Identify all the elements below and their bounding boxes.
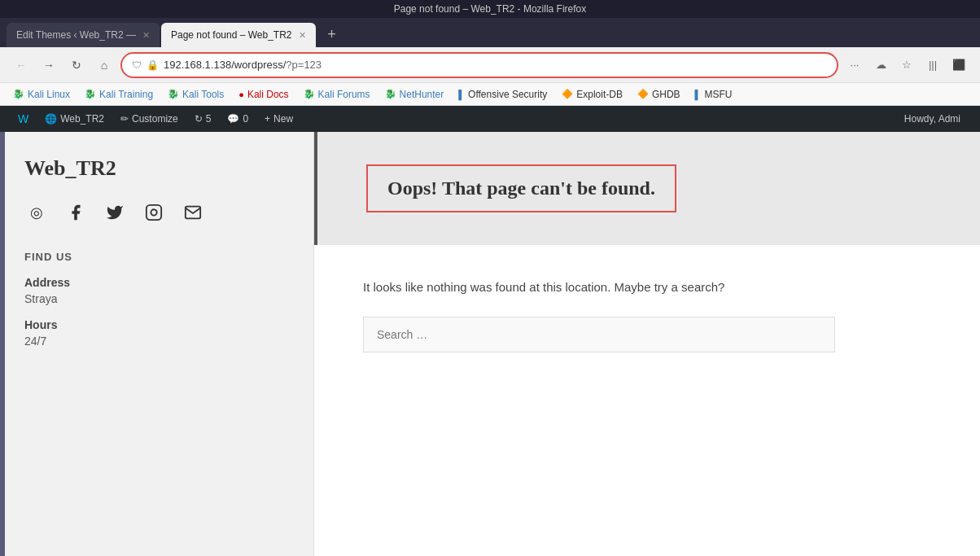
bookmark-label: Kali Training	[99, 89, 153, 100]
tab-close-edit-themes[interactable]: ✕	[142, 30, 150, 41]
bookmark-kali-training[interactable]: 🐉 Kali Training	[78, 87, 160, 102]
bookmark-label: Exploit-DB	[576, 89, 623, 100]
ghdb-icon: 🔶	[637, 89, 649, 99]
extensions-button[interactable]: ⬛	[947, 54, 970, 77]
bookmark-kali-linux[interactable]: 🐉 Kali Linux	[7, 87, 77, 102]
search-input[interactable]	[377, 328, 821, 341]
wp-customize-item[interactable]: ✏ Customize	[112, 106, 186, 132]
svg-rect-0	[147, 205, 161, 220]
nethunter-icon: 🐉	[385, 89, 396, 99]
navigation-bar: ← → ↻ ⌂ 🛡 🔒 192.168.1.138/wordpress/?p=1…	[0, 47, 980, 83]
page-header: Oops! That page can't be found.	[314, 132, 980, 245]
left-accent-bar	[0, 132, 5, 556]
kali-training-icon: 🐉	[85, 89, 96, 99]
not-found-text: It looks like nothing was found at this …	[363, 278, 931, 297]
bookmark-label: GHDB	[652, 89, 680, 100]
kali-forums-icon: 🐉	[304, 89, 315, 99]
kali-tools-icon: 🐉	[168, 89, 179, 99]
tab-bar: Edit Themes ‹ Web_TR2 — ✕ Page not found…	[0, 18, 980, 47]
social-icon-instagram[interactable]	[142, 200, 166, 225]
wp-updates-item[interactable]: ↻ 5	[186, 106, 220, 132]
collection-button[interactable]: |||	[921, 54, 944, 77]
comments-count: 0	[243, 113, 248, 125]
url-display[interactable]: 192.168.1.138/wordpress/?p=123	[164, 59, 827, 71]
bookmark-msfu[interactable]: ▌ MSFU	[689, 87, 739, 102]
bookmark-label: NetHunter	[400, 89, 444, 100]
tab-label-active: Page not found – Web_TR2	[171, 29, 292, 41]
tab-page-not-found[interactable]: Page not found – Web_TR2 ✕	[161, 23, 316, 47]
social-icons: ◎	[24, 200, 294, 225]
site-title: Web_TR2	[24, 156, 294, 181]
site-name: Web_TR2	[60, 113, 104, 125]
error-title: Oops! That page can't be found.	[387, 177, 655, 199]
url-query: ?p=123	[286, 59, 322, 71]
bookmark-star-button[interactable]: ☆	[895, 54, 918, 77]
refresh-button[interactable]: ↻	[65, 54, 88, 77]
error-box: Oops! That page can't be found.	[366, 164, 676, 212]
home-button[interactable]: ⌂	[93, 54, 116, 77]
cycle-icon: ↻	[195, 113, 203, 125]
offensive-security-icon: ▌	[458, 90, 465, 99]
find-us-title: FIND US	[24, 251, 294, 263]
comment-icon: 💬	[227, 113, 239, 125]
pocket-button[interactable]: ☁	[869, 54, 892, 77]
back-button[interactable]: ←	[10, 54, 33, 77]
new-label: New	[273, 113, 293, 125]
tab-close-page-not-found[interactable]: ✕	[299, 30, 306, 41]
wp-logo-item[interactable]: W	[10, 106, 37, 132]
wordpress-icon: W	[18, 112, 28, 125]
plus-icon: +	[265, 113, 270, 125]
url-base: 192.168.1.138/wordpress/	[164, 59, 286, 71]
nav-right-icons: ··· ☁ ☆ ||| ⬛	[843, 54, 970, 77]
address-label: Address	[24, 276, 294, 289]
more-button[interactable]: ···	[843, 54, 866, 77]
bookmark-nethunter[interactable]: 🐉 NetHunter	[378, 87, 451, 102]
wp-comments-item[interactable]: 💬 0	[219, 106, 256, 132]
forward-button[interactable]: →	[37, 54, 60, 77]
kali-linux-icon: 🐉	[13, 89, 24, 99]
bookmark-label: MSFU	[704, 89, 732, 100]
find-us-section: FIND US Address Straya Hours 24/7	[24, 251, 294, 348]
page-body: It looks like nothing was found at this …	[314, 245, 980, 385]
bookmark-label: Kali Tools	[182, 89, 224, 100]
title-bar-text: Page not found – Web_TR2 - Mozilla Firef…	[394, 3, 587, 15]
address-bar[interactable]: 🛡 🔒 192.168.1.138/wordpress/?p=123	[120, 52, 838, 78]
lock-icon: 🔒	[147, 59, 159, 71]
bookmark-kali-tools[interactable]: 🐉 Kali Tools	[161, 87, 230, 102]
globe-icon: 🌐	[45, 113, 57, 125]
shield-icon: 🛡	[132, 59, 142, 71]
bookmark-ghdb[interactable]: 🔶 GHDB	[631, 87, 687, 102]
bookmark-kali-forums[interactable]: 🐉 Kali Forums	[297, 87, 377, 102]
social-icon-email[interactable]	[181, 200, 205, 225]
bookmark-label: Kali Docs	[247, 89, 289, 100]
social-icon-twitter[interactable]	[103, 200, 127, 225]
search-box[interactable]	[363, 317, 835, 352]
sidebar: Web_TR2 ◎ FIND US Address Straya Hours 2…	[5, 132, 314, 556]
bookmark-label: Kali Forums	[318, 89, 370, 100]
new-tab-button[interactable]: +	[321, 23, 343, 46]
wp-new-item[interactable]: + New	[256, 106, 301, 132]
social-icon-facebook[interactable]	[63, 200, 88, 225]
content-area: Oops! That page can't be found. It looks…	[314, 132, 980, 556]
tab-edit-themes[interactable]: Edit Themes ‹ Web_TR2 — ✕	[7, 23, 160, 47]
main-area: Web_TR2 ◎ FIND US Address Straya Hours 2…	[0, 132, 980, 556]
bookmark-offensive-security[interactable]: ▌ Offensive Security	[452, 87, 553, 102]
bookmarks-bar: 🐉 Kali Linux 🐉 Kali Training 🐉 Kali Tool…	[0, 83, 980, 106]
wp-globe-item[interactable]: 🌐 Web_TR2	[37, 106, 112, 132]
bookmark-kali-docs[interactable]: ● Kali Docs	[232, 87, 295, 102]
updates-count: 5	[206, 113, 212, 125]
msfu-icon: ▌	[695, 90, 702, 99]
bookmark-exploit-db[interactable]: 🔶 Exploit-DB	[555, 87, 629, 102]
tab-label: Edit Themes ‹ Web_TR2 —	[16, 29, 136, 41]
hours-label: Hours	[24, 318, 294, 331]
address-value: Straya	[24, 292, 294, 305]
howdy-text: Howdy, Admi	[895, 113, 970, 125]
social-icon-circle[interactable]: ◎	[24, 200, 49, 225]
bookmark-label: Kali Linux	[28, 89, 70, 100]
exploit-db-icon: 🔶	[562, 89, 573, 99]
wp-admin-bar: W 🌐 Web_TR2 ✏ Customize ↻ 5 💬 0 + New Ho…	[0, 106, 980, 132]
title-bar: Page not found – Web_TR2 - Mozilla Firef…	[0, 0, 980, 18]
customize-label: Customize	[132, 113, 178, 125]
bookmark-label: Offensive Security	[468, 89, 547, 100]
hours-value: 24/7	[24, 335, 294, 348]
